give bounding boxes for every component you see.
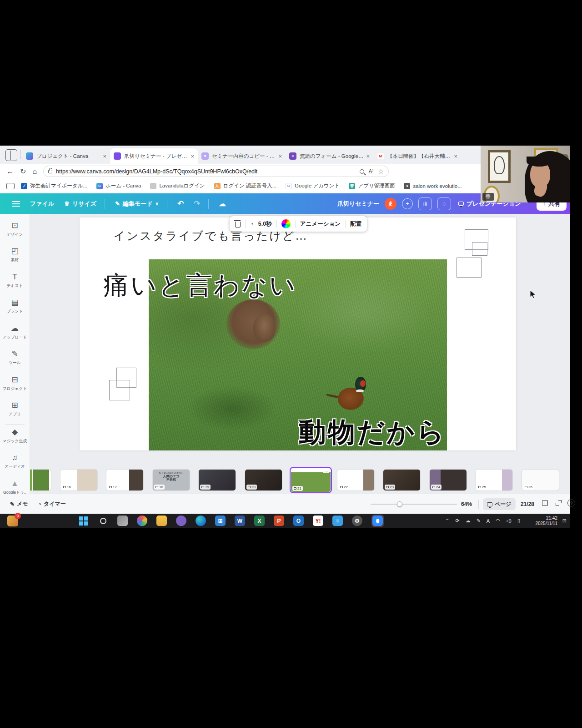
close-icon[interactable]: × <box>191 153 194 160</box>
tray-pen-icon[interactable]: ✎ <box>477 518 481 524</box>
close-icon[interactable]: × <box>103 153 106 160</box>
menu-icon[interactable] <box>12 203 20 204</box>
excel-icon[interactable]: X <box>254 516 265 526</box>
sidebar-item-tools[interactable]: ✎ツール <box>0 349 30 366</box>
settings-gear-icon[interactable]: ⚙ <box>352 516 362 526</box>
widgets-icon[interactable]: 9 <box>7 516 18 526</box>
sidebar-item-apps[interactable]: ⊞アプリ <box>0 401 30 417</box>
back-icon[interactable]: ← <box>6 167 14 176</box>
square-frame-element[interactable] <box>472 242 487 256</box>
page-view-button[interactable]: ページ <box>483 498 516 510</box>
square-frame-element[interactable] <box>109 380 130 400</box>
slide-thumbnail[interactable]: 26 <box>522 470 559 490</box>
zoom-app-active[interactable]: ⬮ <box>371 515 384 527</box>
slide-overlay-text-2[interactable]: 動物だから <box>299 414 446 450</box>
store-icon[interactable]: ⊞ <box>215 516 226 526</box>
close-icon[interactable]: × <box>454 153 457 160</box>
yahoo-icon[interactable]: Y! <box>313 516 323 526</box>
tray-cloud-icon[interactable]: ☁ <box>466 518 471 524</box>
file-menu[interactable]: ファイル <box>30 200 54 208</box>
word-icon[interactable]: W <box>235 516 245 526</box>
slide-thumbnail[interactable]: 19 <box>199 470 236 490</box>
help-icon[interactable]: ? <box>567 499 575 507</box>
powerpoint-icon[interactable]: P <box>274 516 284 526</box>
animation-button[interactable]: アニメーション <box>300 220 341 228</box>
resize-button[interactable]: ♛リサイズ <box>64 200 96 208</box>
page-url[interactable]: https://www.canva.com/design/DAG4LMp-dSc… <box>56 168 355 175</box>
notes-button[interactable]: ✎メモ <box>10 500 28 508</box>
slide-thumbnail[interactable]: 16 <box>60 470 97 490</box>
start-button-icon[interactable] <box>78 516 89 526</box>
sidebar-item-design[interactable]: ⊡デザイン <box>0 221 30 238</box>
position-button[interactable]: 配置 <box>350 220 361 228</box>
square-frame-element[interactable] <box>457 258 482 278</box>
bookmark-canva-home[interactable]: Cホーム - Canva <box>96 182 141 189</box>
redo-button[interactable]: ↷ <box>194 199 200 208</box>
edge-icon[interactable] <box>196 516 206 526</box>
design-title[interactable]: 爪切りセミナー <box>337 200 379 208</box>
add-member-button[interactable]: + <box>402 198 413 209</box>
tab-google-form[interactable]: ≡ 無題のフォーム - Google フォ × <box>286 148 373 164</box>
file-explorer-icon[interactable] <box>156 516 167 526</box>
sidebar-item-google-drive[interactable]: ▲Googleドラ.. <box>0 479 30 495</box>
outlook-icon[interactable]: O <box>293 516 304 526</box>
bookmark-app-admin[interactable]: 管アプリ管理画面 <box>349 182 395 189</box>
refresh-icon[interactable]: ↻ <box>20 167 26 176</box>
color-wheel-icon[interactable] <box>281 219 291 228</box>
slide-thumbnail[interactable]: 23 <box>383 470 420 490</box>
tab-nail-seminar[interactable]: 爪切りセミナー - プレゼンテーシ × <box>110 148 198 164</box>
people-icon[interactable] <box>176 516 186 526</box>
slide-thumbnail[interactable]: 25 <box>476 470 512 490</box>
tray-sync-icon[interactable]: ⟳ <box>455 518 459 524</box>
tray-chevron-icon[interactable]: ⌃ <box>445 518 449 524</box>
sidebar-item-uploads[interactable]: ☁アップロード <box>0 324 30 340</box>
sidebar-item-audio[interactable]: ♫オーディオ <box>0 453 30 470</box>
tab-gmail[interactable]: M 【本日開催】【石井大輔先生】 × <box>373 148 461 164</box>
slide-overlay-text-1[interactable]: 痛いと言わない <box>103 268 297 303</box>
slide-thumbnail[interactable]: 24 <box>430 470 467 490</box>
zoom-icon[interactable] <box>360 169 364 174</box>
insights-icon[interactable]: ılı <box>418 197 432 210</box>
tab-search-icon[interactable] <box>5 149 17 161</box>
sidebar-item-elements[interactable]: ◰素材 <box>0 247 30 263</box>
comment-icon[interactable]: ◌ <box>437 197 451 210</box>
zoom-slider[interactable] <box>371 504 457 505</box>
fullscreen-icon[interactable] <box>556 500 562 506</box>
slide-thumbnail[interactable]: 17 <box>106 470 143 490</box>
sidebar-item-projects[interactable]: ⊟プロジェクト <box>0 375 30 392</box>
tab-projects-canva[interactable]: プロジェクト - Canva × <box>22 148 110 164</box>
sidebar-item-brand[interactable]: ▤ブランド <box>0 298 30 314</box>
sidebar-toggle-icon[interactable] <box>6 183 15 189</box>
avatar[interactable]: ま <box>385 198 396 210</box>
url-field[interactable]: https://www.canva.com/design/DAG4LMp-dSc… <box>43 166 389 177</box>
home-icon[interactable]: ⌂ <box>32 167 37 176</box>
notification-center-icon[interactable]: ⊡ <box>562 518 567 524</box>
task-view-icon[interactable] <box>117 516 128 526</box>
close-icon[interactable]: × <box>366 153 370 160</box>
zoom-slider-handle[interactable] <box>397 501 402 507</box>
bookmark-yayoi[interactable]: ノ弥生会計マイポータル... <box>21 182 87 189</box>
close-icon[interactable]: × <box>278 153 282 160</box>
slide-thumbnail[interactable]: 短く切る(深爪)必要ない人間のエゴ不自然 18 <box>153 470 190 490</box>
favorite-star-icon[interactable]: ☆ <box>378 168 384 175</box>
tab-seminar-copy[interactable]: ♥ セミナー内容のコピー - Instag × <box>198 148 286 164</box>
photos-icon[interactable] <box>137 516 147 526</box>
timer-button[interactable]: ◔タイマー <box>38 500 66 508</box>
thumbnail-menu-icon[interactable]: ⋯ <box>323 469 329 473</box>
slide-thumbnail-selected[interactable]: ⋯21 <box>291 468 331 492</box>
notepad-icon[interactable]: ≡ <box>332 516 343 526</box>
slide-canvas[interactable]: インスタライブでも言ったけど… 痛いと言わない 動物だから <box>80 217 516 450</box>
ime-icon[interactable]: A <box>487 518 490 524</box>
volume-icon[interactable]: ◁) <box>506 518 512 524</box>
sidebar-item-text[interactable]: Tテキスト <box>0 273 30 289</box>
undo-button[interactable]: ↶ <box>177 199 184 208</box>
edit-mode-dropdown[interactable]: ✎編集モード∨ <box>115 200 159 208</box>
bookmark-login[interactable]: 人ログイン 認証番号入... <box>214 182 276 189</box>
sidebar-item-magic-media[interactable]: ◆マジック生成 <box>0 428 30 444</box>
bookmark-lavandula[interactable]: Lavandulaログイン <box>150 182 205 189</box>
search-icon[interactable] <box>98 516 108 526</box>
battery-icon[interactable]: ▯ <box>517 518 520 524</box>
slide-thumbnail[interactable]: 22 <box>337 470 374 490</box>
delete-icon[interactable] <box>235 222 241 228</box>
wifi-icon[interactable]: ◠ <box>496 518 500 524</box>
